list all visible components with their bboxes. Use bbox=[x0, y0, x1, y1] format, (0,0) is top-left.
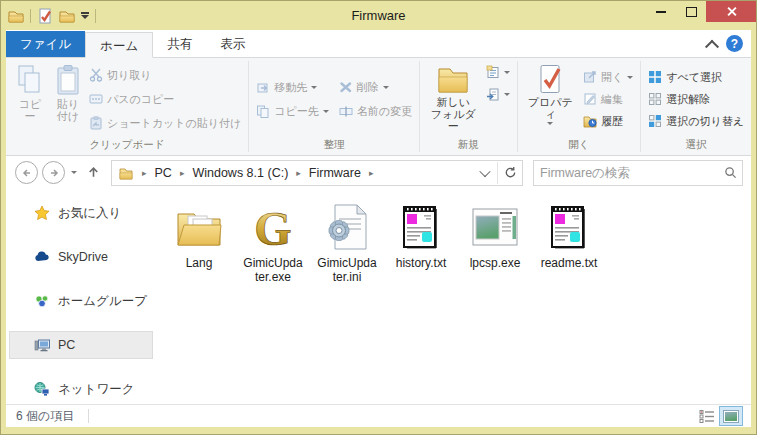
file-name: GimicUpdater.ini bbox=[316, 256, 378, 284]
sidebar-item-skydrive[interactable]: SkyDrive bbox=[9, 243, 153, 271]
up-button[interactable] bbox=[83, 163, 103, 183]
back-button[interactable] bbox=[15, 161, 38, 184]
rename-button[interactable]: 名前の変更 bbox=[337, 103, 414, 120]
organize-group-label: 整理 bbox=[251, 137, 417, 155]
history-button[interactable]: 履歴 bbox=[581, 113, 635, 130]
paste-button[interactable]: 貼り付け bbox=[49, 61, 87, 137]
file-name: GimicUpdater.exe bbox=[242, 256, 304, 284]
tab-share[interactable]: 共有 bbox=[153, 31, 206, 57]
ribbon-group-select: すべて選択 選択解除 選択の切り替え bbox=[641, 58, 751, 155]
select-none-button[interactable]: 選択解除 bbox=[646, 91, 746, 108]
invert-selection-icon bbox=[648, 114, 662, 128]
main-area: お気に入り SkyDrive ホームグループ bbox=[6, 189, 751, 404]
search-input[interactable] bbox=[534, 166, 718, 180]
gimic-logo-icon: G bbox=[249, 201, 297, 253]
new-folder-button[interactable]: 新しい フォルダー bbox=[425, 61, 482, 137]
file-item-gimicupdater-ini[interactable]: GimicUpdater.ini bbox=[310, 201, 384, 284]
paste-icon bbox=[54, 64, 82, 96]
scissors-icon bbox=[89, 68, 103, 82]
copy-button[interactable]: コピー bbox=[11, 61, 49, 137]
arrow-right-icon bbox=[48, 167, 60, 179]
notepad-file-icon bbox=[549, 201, 589, 253]
minimize-ribbon-button[interactable] bbox=[700, 32, 724, 56]
sidebar-item-network[interactable]: ネットワーク bbox=[9, 375, 153, 403]
paste-shortcut-icon bbox=[89, 116, 103, 130]
copy-path-button[interactable]: パスのコピー bbox=[87, 91, 243, 108]
sidebar-item-homegroup[interactable]: ホームグループ bbox=[9, 287, 153, 315]
recent-locations-dropdown-icon[interactable] bbox=[71, 171, 77, 174]
search-box bbox=[533, 160, 743, 186]
qat-properties-icon[interactable] bbox=[37, 8, 53, 24]
easy-access-button[interactable] bbox=[484, 86, 512, 102]
file-name: readme.txt bbox=[541, 256, 598, 270]
new-folder-icon bbox=[436, 64, 470, 94]
file-list: Lang G GimicUpdater.exe GimicUpdater.ini bbox=[156, 189, 751, 404]
open-icon bbox=[583, 70, 597, 84]
details-view-button[interactable] bbox=[695, 406, 719, 426]
invert-selection-button[interactable]: 選択の切り替え bbox=[646, 113, 746, 130]
thumbnail-view-icon bbox=[723, 410, 739, 423]
breadcrumb-pc[interactable]: PC bbox=[153, 166, 174, 180]
file-item-lpcsp-exe[interactable]: lpcsp.exe bbox=[458, 201, 532, 270]
help-button[interactable]: ? bbox=[726, 35, 743, 52]
breadcrumb-drive[interactable]: Windows 8.1 (C:) bbox=[190, 166, 290, 180]
address-bar[interactable]: ▸ PC ▸ Windows 8.1 (C:) ▸ Firmware ▸ bbox=[111, 160, 523, 186]
sidebar-item-pc[interactable]: PC bbox=[9, 331, 153, 359]
move-to-button[interactable]: 移動先 bbox=[254, 79, 331, 96]
close-icon bbox=[726, 6, 737, 17]
breadcrumb-separator-icon: ▸ bbox=[136, 168, 153, 178]
breadcrumb-firmware[interactable]: Firmware bbox=[307, 166, 363, 180]
application-window-icon bbox=[472, 201, 518, 253]
minimize-button[interactable] bbox=[646, 1, 676, 22]
new-item-button[interactable] bbox=[484, 64, 512, 80]
qat-separator bbox=[95, 9, 96, 23]
star-icon bbox=[34, 205, 50, 221]
edit-button[interactable]: 編集 bbox=[581, 91, 635, 108]
refresh-icon bbox=[504, 166, 517, 179]
search-icon bbox=[724, 166, 737, 179]
file-item-history-txt[interactable]: history.txt bbox=[384, 201, 458, 270]
file-item-gimicupdater-exe[interactable]: G GimicUpdater.exe bbox=[236, 201, 310, 284]
folder-icon bbox=[175, 201, 223, 253]
ribbon-group-organize: 移動先 コピー先 bbox=[249, 58, 419, 155]
tab-view[interactable]: 表示 bbox=[206, 31, 259, 57]
address-dropdown-button[interactable] bbox=[473, 162, 497, 184]
qat-new-folder-icon[interactable] bbox=[59, 8, 75, 24]
refresh-button[interactable] bbox=[498, 162, 522, 184]
system-menu-folder-icon[interactable] bbox=[8, 8, 24, 24]
navigation-pane: お気に入り SkyDrive ホームグループ bbox=[6, 189, 156, 404]
select-none-icon bbox=[648, 92, 662, 106]
breadcrumb-separator-icon: ▸ bbox=[290, 168, 307, 178]
search-button[interactable] bbox=[718, 162, 742, 184]
arrow-left-icon bbox=[21, 167, 33, 179]
select-group-label: 選択 bbox=[643, 137, 749, 155]
file-item-lang[interactable]: Lang bbox=[162, 201, 236, 270]
tab-file[interactable]: ファイル bbox=[6, 31, 85, 57]
cut-button[interactable]: 切り取り bbox=[87, 67, 243, 84]
explorer-window: Firmware ファイル ホーム 共有 表示 ? bbox=[0, 0, 757, 435]
navigation-band: ▸ PC ▸ Windows 8.1 (C:) ▸ Firmware ▸ bbox=[6, 156, 751, 189]
sidebar-item-label: ネットワーク bbox=[58, 381, 134, 398]
tab-home[interactable]: ホーム bbox=[85, 32, 153, 58]
select-all-button[interactable]: すべて選択 bbox=[646, 69, 746, 86]
copy-to-button[interactable]: コピー先 bbox=[254, 103, 331, 120]
maximize-button[interactable] bbox=[676, 1, 706, 22]
ribbon-tab-strip: ファイル ホーム 共有 表示 ? bbox=[6, 30, 751, 57]
open-button[interactable]: 開く bbox=[581, 69, 635, 86]
file-name: history.txt bbox=[396, 256, 446, 270]
sidebar-item-favorites[interactable]: お気に入り bbox=[9, 199, 153, 227]
status-bar: 6 個の項目 bbox=[6, 404, 751, 427]
homegroup-icon bbox=[34, 293, 50, 309]
copy-path-icon bbox=[89, 92, 103, 106]
paste-shortcut-button[interactable]: ショートカットの貼り付け bbox=[87, 115, 243, 132]
close-button[interactable] bbox=[706, 1, 756, 22]
large-icons-view-button[interactable] bbox=[719, 406, 743, 426]
forward-button[interactable] bbox=[42, 161, 65, 184]
file-item-readme-txt[interactable]: readme.txt bbox=[532, 201, 606, 270]
ribbon-group-new: 新しい フォルダー bbox=[420, 58, 517, 155]
properties-button[interactable]: プロパティ bbox=[523, 61, 578, 137]
dropdown-icon bbox=[627, 76, 633, 79]
delete-button[interactable]: 削除 bbox=[337, 79, 414, 96]
delete-x-icon bbox=[339, 80, 353, 94]
qat-customize-dropdown-icon[interactable] bbox=[81, 12, 89, 19]
